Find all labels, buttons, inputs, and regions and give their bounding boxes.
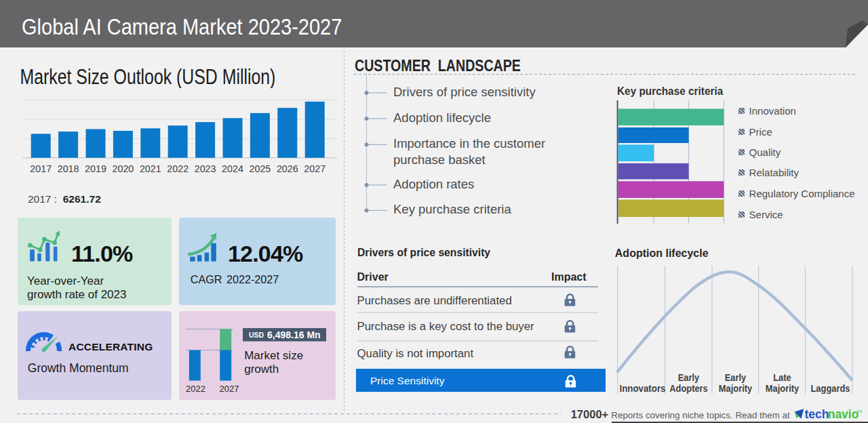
svg-text:2024: 2024 [222,163,243,174]
svg-text:USD: USD [249,331,264,339]
svg-text:2027: 2027 [304,163,326,174]
svg-text:2022: 2022 [167,163,189,174]
svg-text:2021: 2021 [140,163,161,174]
svg-text:2022: 2022 [186,384,205,394]
svg-text:2023: 2023 [195,163,216,174]
svg-text:2025: 2025 [249,163,271,174]
svg-text:navio: navio [828,408,859,421]
svg-text:2026: 2026 [277,163,298,174]
svg-text:2018: 2018 [58,163,79,174]
svg-text:2020: 2020 [112,163,134,174]
svg-text:6,498.16 Mn: 6,498.16 Mn [267,329,321,340]
svg-text:tech: tech [805,408,829,421]
svg-text:2017: 2017 [30,163,52,174]
svg-text:2019: 2019 [85,163,106,174]
svg-text:2027: 2027 [220,384,239,394]
svg-text:TM: TM [857,409,863,414]
